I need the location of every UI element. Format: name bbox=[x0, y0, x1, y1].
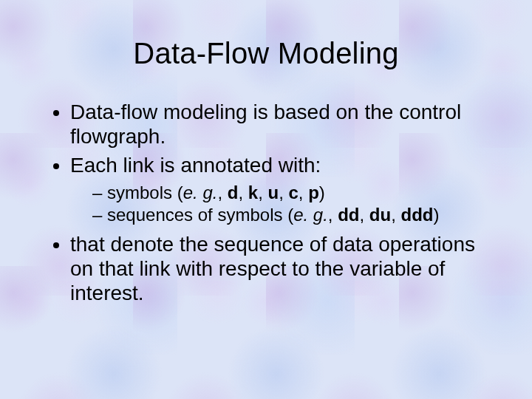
bullet-2: Each link is annotated with: bbox=[70, 153, 502, 177]
sub-bullet-1: symbols (e. g., d, k, u, c, p) bbox=[92, 182, 502, 204]
sub1-sym-c: c bbox=[288, 183, 298, 202]
bullet-list: Data-flow modeling is based on the contr… bbox=[30, 100, 502, 305]
sub1-sym-k: k bbox=[248, 183, 258, 202]
sub1-sep1: , bbox=[238, 183, 248, 202]
sub1-sep2: , bbox=[258, 183, 267, 202]
sub1-prefix: symbols ( bbox=[107, 183, 183, 202]
sub1-sep3: , bbox=[279, 183, 288, 202]
sub1-sym-u: u bbox=[267, 183, 279, 202]
sub1-sep0: , bbox=[217, 183, 227, 202]
sub2-sym-ddd: ddd bbox=[401, 205, 434, 225]
sub2-sym-du: du bbox=[369, 205, 391, 225]
sub-bullet-list: symbols (e. g., d, k, u, c, p) sequences… bbox=[70, 182, 502, 226]
sub1-sep4: , bbox=[299, 183, 308, 202]
bullet-3: that denote the sequence of data operati… bbox=[70, 232, 502, 305]
sub1-sym-p: p bbox=[308, 183, 319, 202]
sub2-sep0: , bbox=[328, 205, 338, 225]
sub2-sep1: , bbox=[360, 205, 369, 225]
sub2-eg: e. g. bbox=[293, 205, 328, 225]
sub1-sym-d: d bbox=[228, 183, 239, 202]
slide: Data-Flow Modeling Data-flow modeling is… bbox=[0, 0, 532, 399]
sub2-prefix: sequences of symbols ( bbox=[107, 205, 293, 225]
sub-bullet-2: sequences of symbols (e. g., dd, du, ddd… bbox=[92, 204, 502, 226]
sub2-suffix: ) bbox=[434, 205, 440, 225]
sub1-eg: e. g. bbox=[183, 183, 218, 202]
slide-title: Data-Flow Modeling bbox=[30, 37, 502, 70]
bullet-1: Data-flow modeling is based on the contr… bbox=[70, 100, 502, 149]
sub1-suffix: ) bbox=[319, 183, 325, 202]
sub2-sep2: , bbox=[391, 205, 400, 225]
sub2-sym-dd: dd bbox=[338, 205, 359, 225]
